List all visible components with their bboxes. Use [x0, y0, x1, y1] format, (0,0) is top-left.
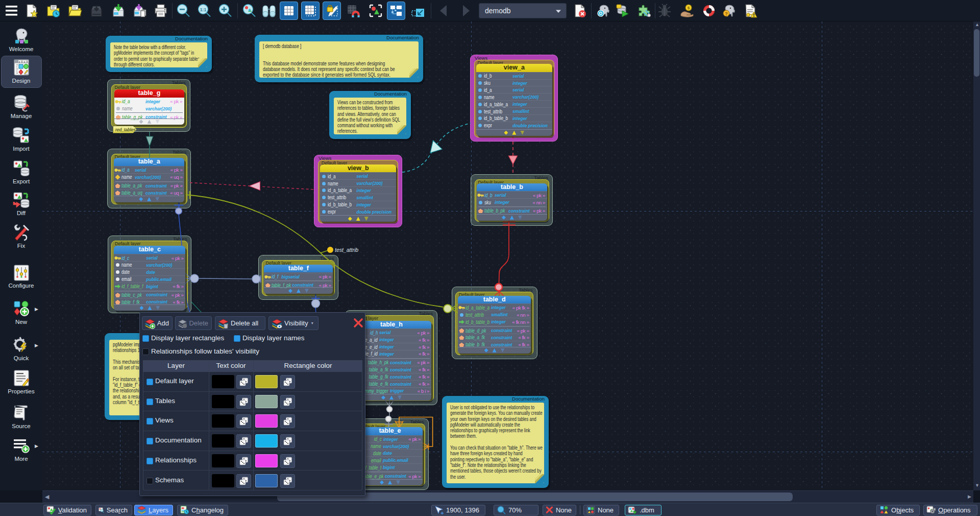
svg-text:$: $: [688, 6, 690, 10]
svg-text:test_attrib: test_attrib: [335, 247, 358, 253]
svg-text:1:1: 1:1: [200, 7, 207, 12]
svg-text:?: ?: [725, 11, 728, 16]
